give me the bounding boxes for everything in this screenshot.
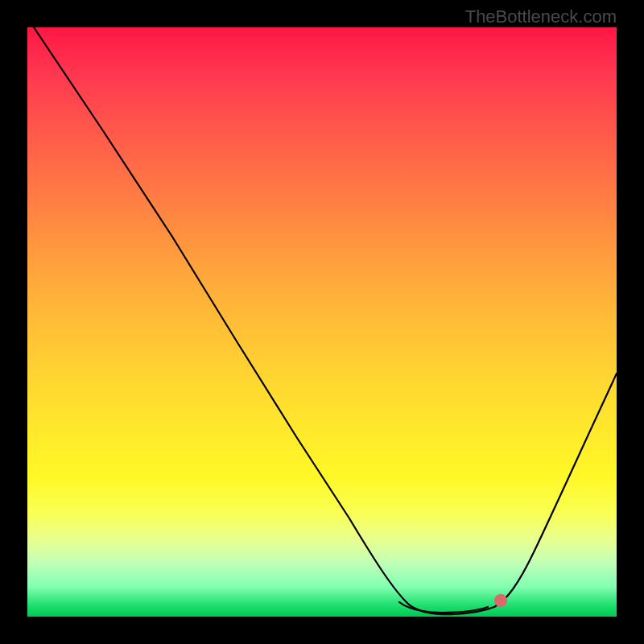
- chart-container: TheBottleneck.com: [0, 0, 644, 644]
- plot-area: [27, 27, 617, 617]
- bottleneck-curve: [27, 27, 617, 617]
- optimal-range-end-dot: [494, 594, 507, 607]
- optimal-range-marker: [399, 602, 488, 613]
- curve-path: [34, 27, 617, 614]
- attribution-text: TheBottleneck.com: [465, 6, 617, 27]
